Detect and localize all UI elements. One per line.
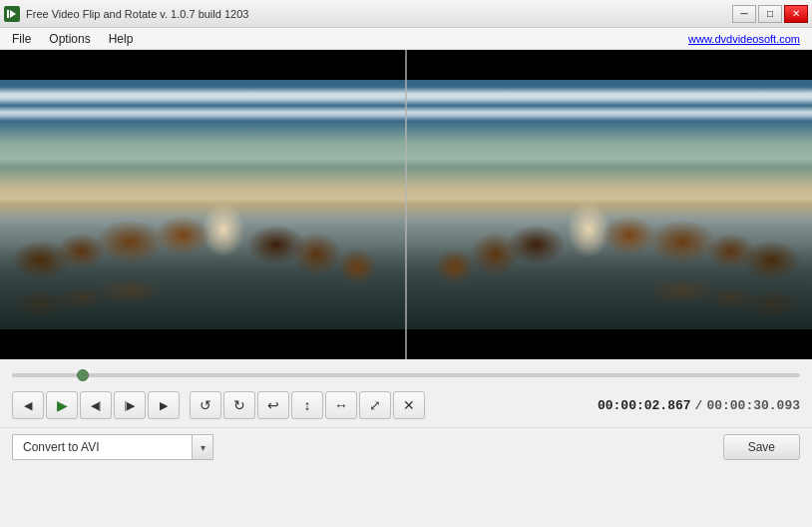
forward-button[interactable]: ▶: [148, 391, 180, 419]
free-rotate-icon: ⤢: [369, 398, 381, 412]
next-frame-icon: |▶: [125, 400, 136, 411]
website-link[interactable]: www.dvdvideosoft.com: [688, 33, 808, 45]
time-display: 00:00:02.867 / 00:00:30.093: [598, 398, 800, 413]
convert-dropdown: Convert to AVI Convert to MP4 Convert to…: [12, 434, 213, 460]
save-button[interactable]: Save: [723, 434, 800, 460]
title-bar: Free Video Flip and Rotate v. 1.0.7 buil…: [0, 0, 812, 28]
play-icon: ▶: [57, 398, 68, 412]
rotate-ccw90-icon: ↺: [200, 398, 211, 412]
seek-bar-track[interactable]: [12, 373, 800, 377]
menu-bar: File Options Help www.dvdvideosoft.com: [0, 28, 812, 50]
next-frame-button[interactable]: |▶: [114, 391, 146, 419]
playback-left: ◀ ▶ ◀| |▶ ▶ ↺ ↻: [12, 391, 425, 419]
video-left-half: [0, 50, 406, 359]
prev-frame-button[interactable]: ◀|: [80, 391, 112, 419]
prev-frame-icon: ◀|: [91, 400, 102, 411]
flip-vertical-icon: ↕: [304, 398, 311, 412]
time-total: 00:00:30.093: [706, 398, 800, 413]
transform-buttons: ↺ ↻ ↩ ↕ ↔ ⤢ ✕: [190, 391, 425, 419]
flip-horizontal-icon: ↔: [334, 398, 348, 412]
rewind-icon: ◀: [24, 400, 32, 411]
video-canvas: [0, 50, 812, 359]
rotate-ccw90-button[interactable]: ↺: [190, 391, 221, 419]
minimize-button[interactable]: ─: [732, 5, 756, 23]
menu-file[interactable]: File: [4, 30, 39, 48]
time-separator: /: [695, 398, 703, 413]
seek-bar-container[interactable]: [12, 367, 800, 383]
reset-button[interactable]: ✕: [393, 391, 425, 419]
controls-area: ◀ ▶ ◀| |▶ ▶ ↺ ↻: [0, 359, 812, 427]
video-right-half: [406, 50, 812, 359]
title-left: Free Video Flip and Rotate v. 1.0.7 buil…: [4, 6, 248, 22]
menu-items: File Options Help: [4, 30, 141, 48]
svg-rect-2: [7, 10, 9, 18]
forward-icon: ▶: [160, 400, 168, 411]
close-button[interactable]: ✕: [784, 5, 808, 23]
time-current: 00:00:02.867: [598, 398, 691, 413]
menu-options[interactable]: Options: [41, 30, 98, 48]
rotate-cw90-button[interactable]: ↻: [223, 391, 255, 419]
title-text: Free Video Flip and Rotate v. 1.0.7 buil…: [26, 8, 248, 20]
app-icon: [4, 6, 20, 22]
rotate-180-button[interactable]: ↩: [257, 391, 289, 419]
title-controls: ─ □ ✕: [732, 5, 808, 23]
rotate-180-icon: ↩: [267, 398, 279, 412]
seek-bar-thumb[interactable]: [77, 369, 89, 381]
reset-icon: ✕: [403, 398, 415, 412]
seek-bar-fill: [12, 373, 83, 377]
rotate-cw90-icon: ↻: [233, 398, 245, 412]
menu-help[interactable]: Help: [101, 30, 142, 48]
free-rotate-button[interactable]: ⤢: [359, 391, 391, 419]
rewind-button[interactable]: ◀: [12, 391, 44, 419]
convert-select[interactable]: Convert to AVI Convert to MP4 Convert to…: [12, 434, 192, 460]
flip-horizontal-button[interactable]: ↔: [325, 391, 357, 419]
playback-row: ◀ ▶ ◀| |▶ ▶ ↺ ↻: [12, 391, 800, 419]
maximize-button[interactable]: □: [758, 5, 782, 23]
flip-vertical-button[interactable]: ↕: [291, 391, 323, 419]
video-preview: [0, 50, 812, 359]
divider-line: [405, 50, 407, 359]
bottom-bar: Convert to AVI Convert to MP4 Convert to…: [0, 427, 812, 466]
convert-dropdown-arrow[interactable]: ▾: [192, 434, 213, 460]
play-button[interactable]: ▶: [46, 391, 78, 419]
